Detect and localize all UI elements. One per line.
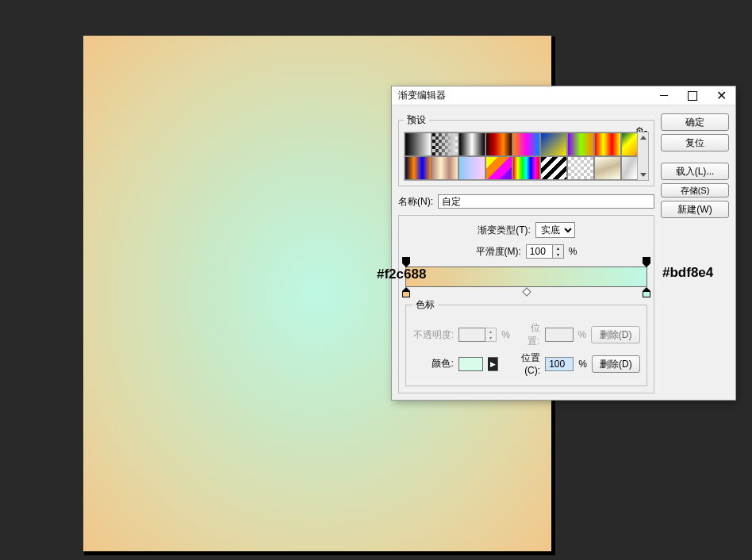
- color-stop-right[interactable]: [643, 287, 650, 297]
- dialog-title: 渐变编辑器: [398, 89, 650, 102]
- preset-swatch[interactable]: [567, 156, 594, 180]
- preset-swatch[interactable]: [567, 132, 594, 156]
- gradient-type-select[interactable]: 实底: [535, 222, 575, 238]
- minimize-button[interactable]: [650, 86, 678, 105]
- annotation-left-color: #f2c688: [377, 267, 426, 282]
- smoothness-input[interactable]: [526, 244, 553, 259]
- preset-swatch[interactable]: [540, 132, 567, 156]
- preset-swatch[interactable]: [432, 156, 458, 180]
- color-row: 颜色: ▶ 位置(C): % 删除(D): [412, 351, 640, 376]
- position-c-unit: %: [578, 359, 587, 370]
- preset-swatch[interactable]: [458, 132, 485, 156]
- position-label: 位置:: [520, 321, 540, 348]
- preset-swatch[interactable]: [485, 156, 512, 180]
- gradient-bar-area: [405, 267, 647, 287]
- new-button[interactable]: 新建(W): [661, 201, 729, 218]
- preset-scrollbar[interactable]: [637, 132, 648, 180]
- preset-swatch[interactable]: [458, 156, 485, 180]
- opacity-input: [458, 328, 485, 342]
- preset-swatch[interactable]: [594, 156, 621, 180]
- smooth-label: 平滑度(M):: [476, 245, 521, 259]
- gradient-edit-fieldset: 渐变类型(T): 实底 平滑度(M): ▴▾ %: [398, 215, 654, 393]
- name-input[interactable]: [438, 194, 654, 209]
- opacity-unit: %: [501, 329, 510, 340]
- smooth-input-group: ▴▾: [526, 244, 564, 259]
- presets-fieldset: 预设 ⚙▾: [398, 113, 654, 186]
- smooth-unit: %: [569, 246, 577, 257]
- delete-opacity-stop-button: 删除(D): [591, 326, 640, 343]
- color-stop-left[interactable]: [402, 287, 410, 297]
- position-unit: %: [578, 329, 587, 340]
- type-row: 渐变类型(T): 实底: [405, 222, 647, 238]
- name-row: 名称(N):: [398, 194, 654, 209]
- load-button[interactable]: 载入(L)...: [661, 163, 729, 180]
- smooth-row: 平滑度(M): ▴▾ %: [405, 244, 647, 259]
- opacity-input-group: ▴▾: [458, 328, 497, 342]
- color-well[interactable]: [458, 357, 484, 371]
- smoothness-spinner[interactable]: ▴▾: [553, 244, 564, 259]
- dialog-titlebar[interactable]: 渐变编辑器 ✕: [392, 86, 735, 105]
- close-button[interactable]: ✕: [707, 86, 735, 105]
- main-column: 预设 ⚙▾: [398, 113, 654, 393]
- maximize-button[interactable]: [678, 86, 707, 105]
- position-c-label: 位置(C):: [508, 351, 540, 376]
- gradient-editor-dialog: 渐变编辑器 ✕ 预设 ⚙▾: [391, 86, 736, 401]
- preset-swatch[interactable]: [512, 156, 539, 180]
- opacity-stop-left[interactable]: [402, 257, 410, 267]
- presets-legend: 预设: [404, 113, 429, 127]
- delete-color-stop-button[interactable]: 删除(D): [592, 355, 640, 373]
- color-stops-fieldset: 色标 不透明度: ▴▾ % 位置: % 删除(D): [405, 298, 647, 386]
- opacity-spinner: ▴▾: [485, 328, 497, 342]
- preset-swatch[interactable]: [432, 132, 458, 156]
- side-button-column: 确定 复位 载入(L)... 存储(S) 新建(W): [661, 113, 729, 393]
- type-label: 渐变类型(T):: [478, 224, 531, 237]
- stops-legend: 色标: [412, 298, 438, 312]
- preset-swatch[interactable]: [405, 156, 432, 180]
- opacity-row: 不透明度: ▴▾ % 位置: % 删除(D): [412, 321, 640, 348]
- ok-button[interactable]: 确定: [661, 113, 729, 131]
- preset-swatch[interactable]: [594, 132, 621, 156]
- reset-button[interactable]: 复位: [661, 134, 729, 152]
- color-label: 颜色:: [412, 357, 454, 370]
- color-picker-arrow[interactable]: ▶: [488, 357, 498, 371]
- color-position-input[interactable]: [545, 357, 574, 371]
- preset-swatch-grid: [404, 132, 649, 181]
- preset-swatch[interactable]: [512, 132, 539, 156]
- midpoint-handle[interactable]: [522, 287, 531, 296]
- dialog-body: 预设 ⚙▾: [392, 105, 735, 400]
- name-label: 名称(N):: [398, 195, 433, 209]
- preset-swatch[interactable]: [540, 156, 567, 180]
- annotation-right-color: #bdf8e4: [662, 265, 713, 281]
- preset-swatch[interactable]: [405, 132, 432, 156]
- opacity-stop-right[interactable]: [643, 257, 650, 267]
- save-button[interactable]: 存储(S): [661, 183, 729, 198]
- opacity-label: 不透明度:: [412, 328, 454, 342]
- gradient-bar[interactable]: [405, 267, 647, 287]
- opacity-position-input: [545, 328, 574, 342]
- preset-swatch[interactable]: [485, 132, 512, 156]
